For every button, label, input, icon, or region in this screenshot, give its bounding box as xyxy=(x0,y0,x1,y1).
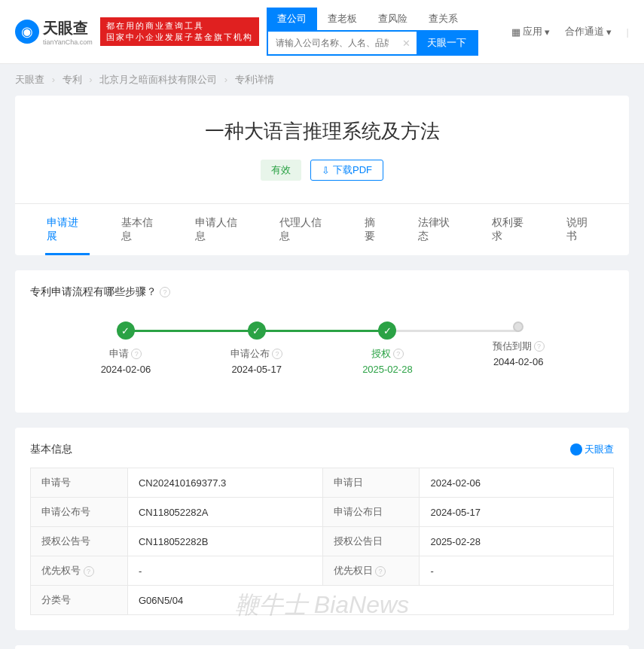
tab-risk[interactable]: 查风险 xyxy=(368,8,418,30)
help-icon[interactable]: ? xyxy=(84,566,94,577)
download-icon: ⇩ xyxy=(322,165,330,176)
table-row: 申请号CN202410169377.3申请日2024-02-06 xyxy=(31,468,614,498)
basic-info-table: 申请号CN202410169377.3申请日2024-02-06 申请公布号CN… xyxy=(30,468,614,615)
breadcrumb: 天眼查 › 专利 › 北京月之暗面科技有限公司 › 专利详情 xyxy=(0,64,644,96)
check-icon: ✓ xyxy=(117,321,135,340)
search-category-tabs: 查公司 查老板 查风险 查关系 xyxy=(267,8,478,30)
nav-partner[interactable]: 合作通道 ▾ xyxy=(565,25,612,38)
nav-apps[interactable]: ▦ 应用 ▾ xyxy=(511,25,550,38)
search-bar: ✕ 天眼一下 xyxy=(267,30,478,56)
breadcrumb-home[interactable]: 天眼查 xyxy=(15,74,44,85)
tab-progress[interactable]: 申请进展 xyxy=(30,204,105,255)
check-icon: ✓ xyxy=(378,321,396,340)
search-input[interactable] xyxy=(268,32,396,54)
help-icon[interactable]: ? xyxy=(131,349,142,359)
content-tabs: 申请进展 基本信息 申请人信息 代理人信息 摘要 法律状态 权利要求 说明书 xyxy=(15,203,629,255)
tab-abstract[interactable]: 摘要 xyxy=(348,204,401,255)
search-button[interactable]: 天眼一下 xyxy=(417,32,477,54)
grid-icon: ▦ xyxy=(511,26,520,38)
table-row: 授权公告号CN118052282B授权公告日2025-02-28 xyxy=(31,527,614,556)
tab-basic[interactable]: 基本信息 xyxy=(105,204,179,255)
breadcrumb-patent[interactable]: 专利 xyxy=(63,74,82,85)
help-icon[interactable]: ? xyxy=(393,349,404,359)
tab-company[interactable]: 查公司 xyxy=(267,8,317,30)
table-row: 分类号G06N5/04 xyxy=(31,586,614,615)
tab-boss[interactable]: 查老板 xyxy=(317,8,368,30)
table-row: 优先权号 ?-优先权日 ?- xyxy=(31,556,614,586)
brand-watermark: 天眼查 xyxy=(570,443,614,456)
help-icon[interactable]: ? xyxy=(375,566,386,577)
breadcrumb-company[interactable]: 北京月之暗面科技有限公司 xyxy=(99,74,217,85)
progress-section-title: 专利申请流程有哪些步骤？ ? xyxy=(30,285,614,299)
chevron-down-icon: ▾ xyxy=(606,26,612,38)
promo-badge: 都在用的商业查询工具 国家中小企业发展子基金旗下机构 xyxy=(100,17,259,47)
classification-link[interactable]: G06N5/04 xyxy=(127,586,613,615)
logo-icon xyxy=(570,443,582,456)
logo-subtitle: tianYanCha.com xyxy=(43,38,93,46)
tab-claims[interactable]: 权利要求 xyxy=(475,204,550,255)
tab-relation[interactable]: 查关系 xyxy=(418,8,469,30)
dot-icon xyxy=(513,321,523,332)
progress-timeline: ✓ 申请? 2024-02-06 ✓ 申请公布? 2024-05-17 ✓ 授权… xyxy=(60,321,584,375)
help-icon[interactable]: ? xyxy=(272,349,282,359)
status-badge: 有效 xyxy=(261,160,301,181)
chevron-down-icon: ▾ xyxy=(545,26,550,38)
page-title: 一种大语言推理系统及方法 xyxy=(15,118,629,145)
clear-icon[interactable]: ✕ xyxy=(396,32,417,54)
table-row: 申请公布号CN118052282A申请公布日2024-05-17 xyxy=(31,498,614,527)
basic-info-title: 基本信息 xyxy=(30,443,72,456)
logo-text: 天眼查 xyxy=(43,18,93,38)
timeline-step-apply: ✓ 申请? 2024-02-06 xyxy=(60,321,191,375)
logo-icon: ◉ xyxy=(15,20,39,44)
breadcrumb-current: 专利详情 xyxy=(235,74,274,85)
check-icon: ✓ xyxy=(248,321,266,340)
tab-legal[interactable]: 法律状态 xyxy=(401,204,476,255)
tab-applicant[interactable]: 申请人信息 xyxy=(179,204,263,255)
tab-agent[interactable]: 代理人信息 xyxy=(263,204,347,255)
tab-spec[interactable]: 说明书 xyxy=(550,204,614,255)
download-pdf-button[interactable]: ⇩ 下载PDF xyxy=(310,160,383,181)
logo[interactable]: ◉ 天眼查 tianYanCha.com xyxy=(15,18,93,46)
help-icon[interactable]: ? xyxy=(160,287,170,297)
divider: | xyxy=(627,26,629,38)
help-icon[interactable]: ? xyxy=(534,341,545,352)
